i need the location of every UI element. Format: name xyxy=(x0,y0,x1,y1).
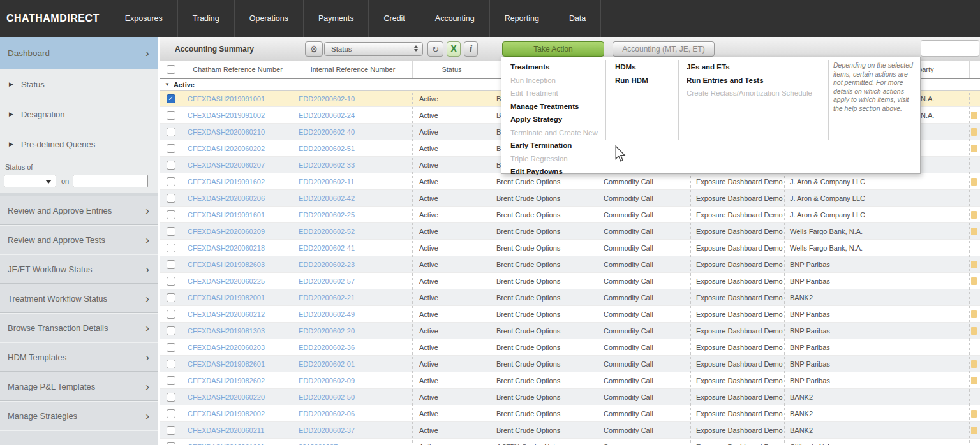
status-of-select[interactable] xyxy=(4,175,56,187)
nav-item-reporting[interactable]: Reporting xyxy=(489,0,554,37)
nav-item-exposures[interactable]: Exposures xyxy=(110,0,177,37)
row-checkbox[interactable] xyxy=(167,210,175,219)
menu-item-run-entries-and-tests[interactable]: Run Entries and Tests xyxy=(687,74,812,87)
cell-chatham-reference[interactable]: CFEXDASH2019082001 xyxy=(182,289,293,305)
nav-item-operations[interactable]: Operations xyxy=(234,0,303,37)
cell-chatham-reference[interactable]: CFEXDASH2020060218 xyxy=(182,240,293,256)
toolbar-blank-field[interactable] xyxy=(921,40,979,57)
col-header-status[interactable]: Status xyxy=(413,61,491,78)
cell-chatham-reference[interactable]: CFEXDASH2019091601 xyxy=(182,207,293,222)
row-checkbox[interactable] xyxy=(167,376,175,385)
cell-internal-reference[interactable]: EDD20200602-40 xyxy=(293,124,413,140)
cell-internal-reference[interactable]: EDD20200602-20 xyxy=(293,323,413,339)
cell-internal-reference[interactable]: EDD20200602-21 xyxy=(293,289,413,305)
cell-chatham-reference[interactable]: CFEXDASH2019082603 xyxy=(182,256,293,272)
cell-internal-reference[interactable]: EDD20200602-25 xyxy=(293,207,413,222)
info-button[interactable]: i xyxy=(464,41,478,57)
cell-internal-reference[interactable]: EDD20200602-41 xyxy=(293,240,413,256)
col-header-chatham-reference-number[interactable]: Chatham Reference Number xyxy=(182,61,293,78)
menu-item-run-hdm[interactable]: Run HDM xyxy=(615,74,648,87)
cell-chatham-reference[interactable]: CFEXDASH2019082601 xyxy=(182,356,293,372)
sidebar-item-manage-strategies[interactable]: Manage Strategies› xyxy=(0,401,158,430)
nav-item-trading[interactable]: Trading xyxy=(177,0,234,37)
row-checkbox[interactable] xyxy=(167,293,175,302)
cell-chatham-reference[interactable]: CFEXDASH2020060203 xyxy=(182,339,293,355)
menu-item-manage-treatments[interactable]: Manage Treatments xyxy=(510,100,598,113)
cell-internal-reference[interactable]: EDD20200602-33 xyxy=(293,157,413,173)
cell-chatham-reference[interactable]: CFEXDASH2019082602 xyxy=(182,372,293,388)
row-checkbox[interactable] xyxy=(167,442,175,445)
cell-chatham-reference[interactable]: CFEXDASH2020060207 xyxy=(182,157,293,173)
cell-chatham-reference[interactable]: CFEXDASH2019091602 xyxy=(182,173,293,189)
row-checkbox[interactable] xyxy=(167,144,175,153)
row-checkbox[interactable] xyxy=(167,111,175,120)
cell-chatham-reference[interactable]: CFEXDASH2020060206 xyxy=(182,190,293,206)
row-checkbox[interactable] xyxy=(167,177,175,186)
cell-internal-reference[interactable]: EDD20200602-36 xyxy=(293,339,413,355)
cell-chatham-reference[interactable]: CFEXDASH2020060210 xyxy=(182,124,293,140)
sidebar-item-designation[interactable]: ▶Designation xyxy=(0,99,158,129)
row-checkbox[interactable] xyxy=(167,194,175,203)
row-checkbox[interactable] xyxy=(167,393,175,402)
sidebar-item-dashboard[interactable]: Dashboard › xyxy=(0,37,158,69)
cell-chatham-reference[interactable]: CFEXDASH2019091002 xyxy=(182,107,293,123)
cell-internal-reference[interactable]: EDD20200602-52 xyxy=(293,223,413,239)
menu-item-apply-strategy[interactable]: Apply Strategy xyxy=(510,113,598,126)
cell-chatham-reference[interactable]: CFEXDASH2020060225 xyxy=(182,273,293,289)
sidebar-item-status[interactable]: ▶Status xyxy=(0,69,158,99)
row-checkbox[interactable] xyxy=(167,277,175,286)
row-checkbox[interactable] xyxy=(167,343,175,352)
cell-internal-reference[interactable]: EDD20200602-51 xyxy=(293,140,413,156)
cell-chatham-reference[interactable]: CFEXDASH2020060202 xyxy=(182,140,293,156)
nav-item-accounting[interactable]: Accounting xyxy=(420,0,489,37)
row-checkbox[interactable] xyxy=(167,426,175,435)
cell-internal-reference[interactable]: EDD20200602-42 xyxy=(293,190,413,206)
cell-internal-reference[interactable]: 2012061937 xyxy=(293,439,413,445)
cell-chatham-reference[interactable]: CFEXDASH2020060209 xyxy=(182,223,293,239)
cell-chatham-reference[interactable]: CFEXDASH2020060212 xyxy=(182,306,293,322)
sidebar-item-treatment-workflow-status[interactable]: Treatment Workflow Status› xyxy=(0,284,158,313)
cell-internal-reference[interactable]: EDD20200602-09 xyxy=(293,372,413,388)
sidebar-item-je-et-workflow-status[interactable]: JE/ET Workflow Status› xyxy=(0,254,158,284)
sidebar-item-review-and-approve-entries[interactable]: Review and Approve Entries› xyxy=(0,196,158,225)
row-checkbox[interactable] xyxy=(167,260,175,269)
view-select[interactable]: Status xyxy=(324,42,423,56)
nav-item-data[interactable]: Data xyxy=(554,0,601,37)
menu-item-edit-paydowns[interactable]: Edit Paydowns xyxy=(510,165,598,179)
cell-internal-reference[interactable]: EDD20200602-23 xyxy=(293,256,413,272)
cell-internal-reference[interactable]: EDD20200602-11 xyxy=(293,173,413,189)
cell-internal-reference[interactable]: EDD20200602-57 xyxy=(293,273,413,289)
cell-chatham-reference[interactable]: CFEXDASH2020060211 xyxy=(182,422,293,438)
take-action-button[interactable]: Take Action xyxy=(502,41,604,57)
row-checkbox[interactable] xyxy=(167,310,175,319)
row-checkbox[interactable] xyxy=(167,161,175,170)
cell-internal-reference[interactable]: EDD20200602-10 xyxy=(293,91,413,106)
nav-item-payments[interactable]: Payments xyxy=(303,0,369,37)
cell-chatham-reference[interactable]: CFEXDASH2020060220 xyxy=(182,389,293,405)
accounting-mt-je-et-button[interactable]: Accounting (MT, JE, ET) xyxy=(612,41,715,57)
row-checkbox[interactable] xyxy=(167,326,175,335)
refresh-button[interactable]: ↻ xyxy=(427,41,443,57)
status-of-date-input[interactable] xyxy=(73,175,148,187)
cell-internal-reference[interactable]: EDD20200602-06 xyxy=(293,405,413,421)
cell-chatham-reference[interactable]: CFEXDASH2019091001 xyxy=(182,91,293,106)
sidebar-item-browse-transaction-details[interactable]: Browse Transaction Details› xyxy=(0,313,158,342)
settings-button[interactable]: ⚙ xyxy=(305,41,323,57)
cell-internal-reference[interactable]: EDD20200602-24 xyxy=(293,107,413,123)
select-all-checkbox[interactable] xyxy=(167,65,175,74)
cell-internal-reference[interactable]: EDD20200602-01 xyxy=(293,356,413,372)
cell-internal-reference[interactable]: EDD20200602-50 xyxy=(293,389,413,405)
sidebar-item-hdm-templates[interactable]: HDM Templates› xyxy=(0,342,158,372)
sidebar-item-review-and-approve-tests[interactable]: Review and Approve Tests› xyxy=(0,225,158,254)
export-excel-button[interactable]: X xyxy=(447,41,461,57)
cell-chatham-reference[interactable]: CFEXDASH2019081303 xyxy=(182,323,293,339)
row-checkbox[interactable] xyxy=(167,360,175,368)
row-checkbox[interactable] xyxy=(167,409,175,418)
cell-internal-reference[interactable]: EDD20200602-37 xyxy=(293,422,413,438)
row-checkbox[interactable] xyxy=(167,244,175,252)
cell-chatham-reference[interactable]: CFEXDASH2019082002 xyxy=(182,405,293,421)
sidebar-item-pre-defined-queries[interactable]: ▶Pre-defined Queries xyxy=(0,129,158,159)
col-header-internal-reference-number[interactable]: Internal Reference Number xyxy=(293,61,413,78)
row-checkbox[interactable] xyxy=(167,128,175,136)
menu-item-early-termination[interactable]: Early Termination xyxy=(510,139,598,152)
